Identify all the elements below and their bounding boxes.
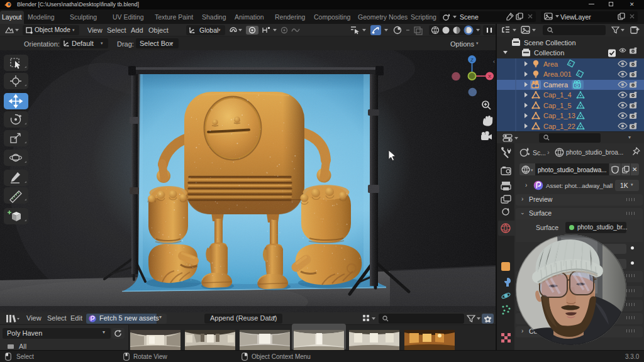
svg-text:Cap_1_13: Cap_1_13 — [543, 112, 575, 119]
svg-text:Area.001: Area.001 — [543, 70, 572, 78]
svg-text:Area: Area — [543, 60, 558, 68]
svg-text:Cap_1_4: Cap_1_4 — [543, 91, 572, 99]
svg-text:Camera: Camera — [543, 81, 569, 89]
svg-text:Cap_1_22: Cap_1_22 — [543, 123, 575, 130]
svg-text:Cap_1_5: Cap_1_5 — [543, 102, 572, 109]
